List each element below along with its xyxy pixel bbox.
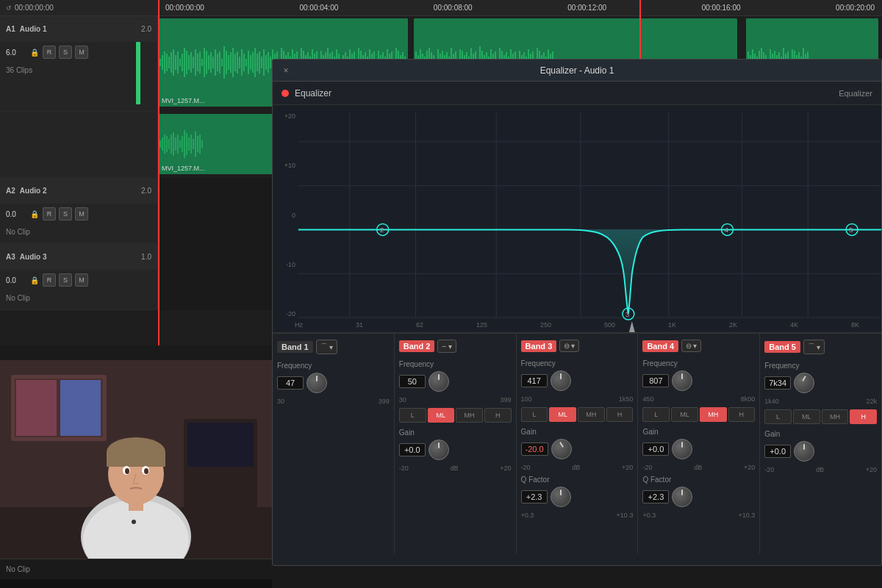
svg-rect-219 — [184, 130, 185, 158]
band-2-type-h[interactable]: H — [484, 408, 512, 423]
band-5-type-l[interactable]: L — [764, 409, 792, 424]
track-controls-a1: A1 Audio 1 2.0 6.0 🔒 R S M 36 Clips — [0, 16, 158, 111]
band-2-gain-label: Gain — [399, 429, 512, 437]
band-5-type-arrow: ▾ — [817, 343, 820, 351]
band-3-type-mh[interactable]: MH — [578, 407, 605, 422]
band-3-gain-val[interactable]: -20.0 — [521, 442, 548, 456]
band-5-type-mh[interactable]: MH — [822, 409, 849, 424]
svg-rect-49 — [265, 55, 267, 70]
band-3-type-icon: ⊖ — [564, 342, 570, 350]
band-4-freq-val[interactable]: 807 — [642, 374, 669, 387]
band-5-freq-knob[interactable] — [794, 373, 814, 393]
svg-rect-217 — [179, 140, 181, 148]
r-button-a2[interactable]: R — [43, 207, 56, 220]
svg-rect-214 — [173, 132, 174, 156]
band-3-type-btn[interactable]: ⊖ ▾ — [559, 340, 579, 352]
m-button-a1[interactable]: M — [75, 46, 88, 59]
eq-close-button[interactable]: × — [280, 65, 292, 76]
band-2-type-mh[interactable]: MH — [456, 408, 483, 423]
svg-rect-22 — [206, 51, 207, 74]
band-4-type-ml[interactable]: ML — [671, 407, 698, 422]
band-4-type-l[interactable]: L — [642, 407, 670, 422]
svg-rect-43 — [252, 52, 254, 73]
band-2-freq-val[interactable]: 50 — [399, 375, 426, 388]
m-button-a3[interactable]: M — [75, 273, 88, 287]
eq-graph[interactable]: +20 +10 0 -10 -20 — [273, 105, 881, 333]
track-vol-a2: 2.0 — [141, 187, 151, 195]
band-5-freq-val[interactable]: 7k34 — [764, 376, 791, 390]
band-3-type-l[interactable]: L — [521, 407, 548, 422]
band-4-type-icon: ⊖ — [686, 342, 692, 350]
band-5-type-icon: ⌒ — [808, 342, 815, 352]
r-button-a3[interactable]: R — [43, 273, 56, 287]
band-5-gain-val[interactable]: +0.0 — [764, 445, 791, 458]
band-4-type-btn[interactable]: ⊖ ▾ — [681, 340, 701, 352]
s-button-a2[interactable]: S — [59, 207, 72, 220]
svg-rect-4 — [166, 54, 168, 71]
svg-rect-15 — [190, 52, 192, 73]
svg-rect-23 — [208, 55, 209, 70]
lock-icon-a2: 🔒 — [29, 209, 40, 219]
band-1-col: Band 1 ⌒ ▾ Frequency 47 30 399 — [273, 334, 395, 553]
band-1-freq-knob[interactable] — [306, 373, 327, 393]
band-2-type-btn[interactable]: ⌢ ▾ — [437, 340, 456, 353]
band-3-freq-label: Frequency — [521, 359, 634, 368]
band-5-col: Band 5 ⌒ ▾ Frequency 7k34 1k40 22k L ML … — [760, 334, 881, 553]
svg-rect-7 — [173, 49, 174, 76]
band-2-type-ml[interactable]: ML — [428, 408, 455, 423]
band-3-type-ml[interactable]: ML — [549, 407, 576, 422]
band-4-freq-range: 450 8k00 — [642, 395, 755, 403]
band-5-type-h[interactable]: H — [850, 409, 877, 424]
band-5-type-btn[interactable]: ⌒ ▾ — [803, 340, 825, 354]
svg-rect-215 — [175, 137, 176, 151]
svg-rect-210 — [164, 135, 165, 154]
svg-rect-31 — [226, 51, 227, 74]
band-4-q-knob[interactable] — [672, 487, 692, 507]
band-3-freq-knob[interactable] — [551, 370, 571, 391]
m-button-a2[interactable]: M — [75, 207, 88, 220]
band-1-freq-val[interactable]: 47 — [277, 376, 304, 390]
eq-titlebar: × Equalizer - Audio 1 — [273, 60, 881, 82]
band-3-label[interactable]: Band 3 — [521, 340, 557, 352]
band-4-label[interactable]: Band 4 — [642, 340, 678, 352]
svg-rect-27 — [217, 54, 218, 71]
svg-rect-227 — [201, 140, 203, 148]
band-3-gain-knob[interactable] — [551, 439, 572, 459]
band-3-type-h[interactable]: H — [606, 407, 634, 422]
band-5-freq-row: 7k34 — [764, 373, 877, 393]
eq-panel-title: Equalizer - Audio 1 — [540, 65, 614, 76]
svg-rect-24 — [210, 52, 212, 73]
band-4-freq-knob[interactable] — [672, 370, 692, 391]
svg-rect-45 — [257, 54, 258, 71]
band-5-gain-knob[interactable] — [794, 441, 814, 462]
r-button-a1[interactable]: R — [43, 46, 56, 59]
band-2-gain-knob[interactable] — [429, 440, 449, 460]
playhead[interactable] — [158, 0, 159, 345]
s-button-a1[interactable]: S — [59, 46, 72, 59]
svg-rect-13 — [186, 51, 187, 74]
band-3-q-knob[interactable] — [551, 487, 571, 507]
band-4-q-val[interactable]: +2.3 — [642, 490, 669, 503]
band-2-gain-val[interactable]: +0.0 — [399, 443, 426, 456]
lock-icon-a1: 🔒 — [29, 47, 40, 57]
band-4-gain-knob[interactable] — [672, 439, 692, 459]
band-5-label[interactable]: Band 5 — [764, 341, 800, 353]
band-5-type-ml[interactable]: ML — [793, 409, 820, 424]
band-2-freq-label: Frequency — [399, 360, 512, 368]
svg-rect-20 — [201, 59, 203, 66]
band-4-type-row: L ML MH H — [642, 407, 755, 422]
band-4-type-h[interactable]: H — [728, 407, 756, 422]
band-1-type-btn[interactable]: ⌒ ▾ — [316, 340, 337, 354]
band-4-type-mh[interactable]: MH — [700, 407, 727, 422]
eq-active-dot[interactable] — [282, 90, 289, 97]
svg-rect-16 — [193, 57, 194, 68]
band-2-freq-knob[interactable] — [429, 371, 449, 392]
band-2-type-l[interactable]: L — [399, 408, 426, 423]
band-4-gain-val[interactable]: +0.0 — [642, 442, 669, 456]
s-button-a3[interactable]: S — [59, 273, 72, 287]
band-3-freq-val[interactable]: 417 — [521, 374, 548, 387]
band-2-label[interactable]: Band 2 — [399, 340, 435, 352]
band-3-q-val[interactable]: +2.3 — [521, 490, 548, 503]
track-name-a3: Audio 3 — [20, 253, 47, 261]
band-1-label[interactable]: Band 1 — [277, 341, 313, 353]
